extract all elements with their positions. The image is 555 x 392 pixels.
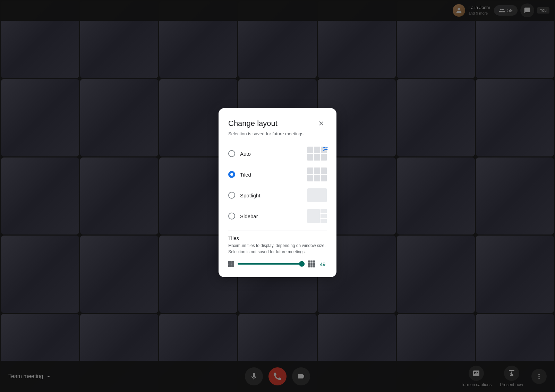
tiled-layout-icon — [307, 168, 327, 181]
modal-header: Change layout — [228, 118, 327, 129]
tiles-slider-row: 49 — [228, 261, 327, 267]
auto-layout-icon — [307, 147, 327, 161]
tiles-section-title: Tiles — [228, 235, 327, 241]
layout-sidebar-label: Sidebar — [240, 213, 258, 219]
slider-track — [238, 263, 305, 265]
layout-option-auto[interactable]: Auto — [228, 143, 327, 164]
tiles-description: Maximum tiles to display, depending on w… — [228, 242, 327, 255]
change-layout-modal: Change layout Selection is saved for fut… — [219, 108, 336, 277]
radio-auto[interactable] — [228, 150, 235, 157]
radio-sidebar[interactable] — [228, 213, 235, 220]
radio-spotlight[interactable] — [228, 192, 235, 199]
radio-inner-dot — [230, 173, 233, 176]
grid-small-icon — [228, 261, 234, 267]
layout-option-spotlight[interactable]: Spotlight — [228, 185, 327, 206]
close-button[interactable] — [316, 118, 327, 129]
slider-value: 49 — [318, 261, 327, 267]
modal-subtitle: Selection is saved for future meetings — [228, 131, 327, 136]
modal-title: Change layout — [228, 119, 278, 128]
close-icon — [318, 120, 325, 127]
modal-divider — [228, 231, 327, 231]
sidebar-layout-icon — [307, 209, 327, 223]
layout-spotlight-label: Spotlight — [240, 192, 260, 198]
radio-tiled[interactable] — [228, 171, 235, 178]
tiles-slider[interactable] — [238, 261, 305, 267]
layout-option-tiled[interactable]: Tiled — [228, 164, 327, 185]
spotlight-layout-icon — [307, 188, 327, 202]
layout-option-sidebar[interactable]: Sidebar — [228, 206, 327, 227]
slider-thumb[interactable] — [299, 261, 305, 267]
grid-large-icon — [308, 261, 315, 267]
layout-tiled-label: Tiled — [240, 171, 251, 177]
layout-auto-label: Auto — [240, 151, 251, 156]
auto-arrows-icon — [323, 146, 329, 152]
